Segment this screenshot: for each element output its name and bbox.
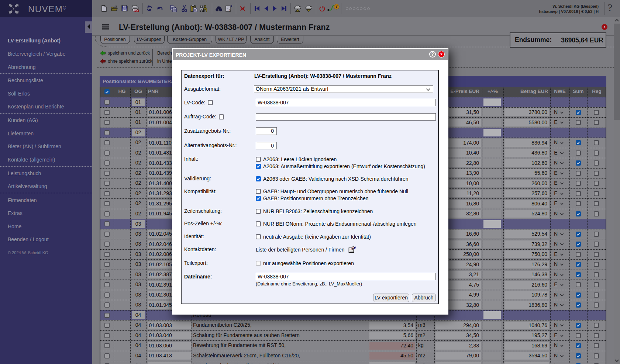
svg-text:PDF: PDF — [134, 10, 139, 12]
svg-text:7: 7 — [335, 4, 338, 8]
